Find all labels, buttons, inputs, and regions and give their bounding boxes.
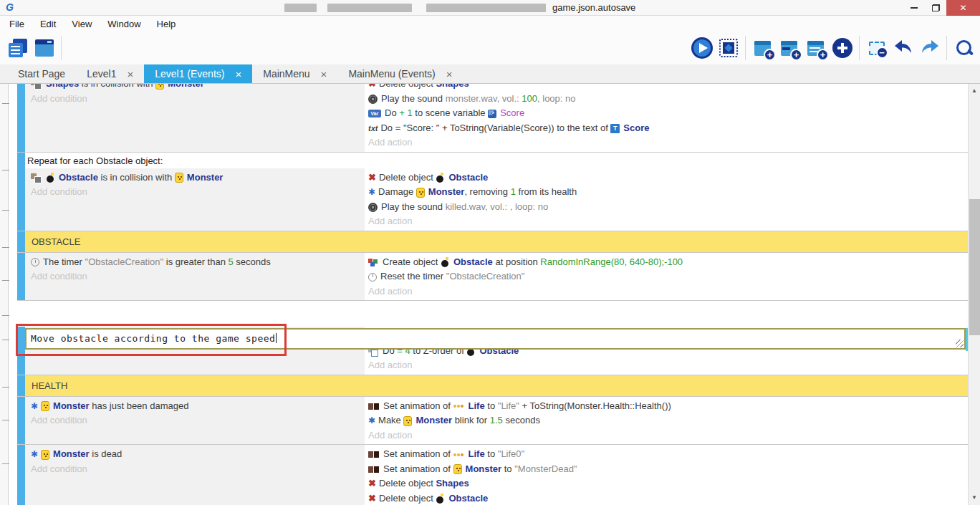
action-row[interactable]: Set animation of Life to "Life" + ToStri… [365, 399, 968, 414]
toolbar: +++− [0, 32, 980, 64]
add-condition-button[interactable]: Add condition [25, 413, 365, 428]
comment-edit-box[interactable]: Move obstacle according to the game spee… [25, 328, 966, 350]
open-list-button[interactable] [4, 34, 31, 62]
menu-help[interactable]: Help [149, 19, 184, 29]
add-condition-button[interactable]: Add condition [25, 269, 365, 284]
event-drag-bar[interactable] [17, 327, 25, 375]
play-button[interactable] [688, 34, 715, 62]
redo-button[interactable] [916, 34, 943, 62]
action-row[interactable]: VarDo + 1 to scene variable ↗Score [365, 106, 968, 121]
action-row[interactable]: Play the sound killed.wav, vol.: , loop:… [365, 200, 968, 215]
menu-edit[interactable]: Edit [32, 19, 64, 29]
scroll-up-icon[interactable]: ▲ [969, 86, 980, 96]
close-icon: ✕ [959, 3, 966, 13]
restore-button[interactable] [925, 0, 946, 16]
tab-mainmenu[interactable]: MainMenu× [252, 64, 337, 83]
play-icon [691, 37, 713, 59]
condition-row[interactable]: ✱Monster has just been damaged [25, 399, 365, 414]
minimize-button[interactable] [903, 0, 925, 16]
action-row[interactable]: Reset the timer "ObstacleCreation" [365, 269, 968, 284]
condition-row[interactable]: ✱Monster is dead [25, 447, 365, 462]
close-button[interactable]: ✕ [946, 0, 980, 16]
event-block[interactable]: Shapes is in collision with MonsterAdd c… [17, 84, 968, 153]
menu-view[interactable]: View [64, 19, 100, 29]
action-row[interactable]: Set animation of Monster to "MonsterDead… [365, 462, 968, 477]
tab-level1[interactable]: Level1× [76, 64, 144, 83]
event-drag-bar[interactable] [17, 445, 25, 505]
tab-close-icon[interactable]: × [446, 68, 453, 80]
actions-column: Create object Obstacle at position Rando… [365, 253, 968, 301]
search-button[interactable] [951, 34, 977, 62]
window-title: game.json.autosave [552, 2, 635, 13]
action-row[interactable]: txtDo = "Score: " + ToString(Variable(Sc… [365, 121, 968, 136]
add-new-icon [832, 38, 852, 58]
debug-button[interactable] [715, 34, 741, 62]
app-logo-icon: G [6, 1, 14, 13]
event-block[interactable]: ✱Monster is deadAdd conditionSet animati… [17, 445, 968, 505]
action-row[interactable]: ✱Make Monster blink for 1.5 seconds [365, 413, 968, 428]
group-banner[interactable]: OBSTACLE [17, 231, 968, 253]
event-drag-bar[interactable] [17, 397, 25, 445]
scroll-down-icon[interactable]: ▼ [969, 493, 980, 503]
tab-close-icon[interactable]: × [127, 68, 133, 80]
monster-object-icon [453, 464, 462, 474]
group-banner-label: OBSTACLE [25, 231, 968, 252]
add-condition-button[interactable]: Add condition [25, 462, 365, 477]
event-drag-bar[interactable] [17, 375, 25, 396]
event-block[interactable]: ✱Monster has just been damagedAdd condit… [17, 397, 968, 446]
event-drag-bar[interactable] [17, 253, 25, 301]
add-comment-event-button[interactable]: + [802, 34, 829, 62]
scrollbar-thumb[interactable] [969, 199, 980, 335]
project-window-button[interactable] [31, 34, 57, 62]
gutter-tick [2, 463, 9, 464]
action-row[interactable]: Create object Obstacle at position Rando… [365, 255, 968, 270]
tab-level1-events-[interactable]: Level1 (Events)× [144, 64, 252, 83]
event-block[interactable]: The timer "ObstacleCreation" is greater … [17, 253, 968, 302]
event-block[interactable]: Repeat for each Obstacle object:Obstacle… [17, 153, 968, 231]
resize-gripper-icon[interactable] [956, 340, 964, 347]
condition-row[interactable]: Shapes is in collision with Monster [25, 84, 365, 92]
add-action-button[interactable]: Add action [365, 284, 968, 299]
menu-file[interactable]: File [1, 19, 32, 29]
tab-close-icon[interactable]: × [235, 68, 241, 80]
add-action-button[interactable]: Add action [365, 358, 968, 373]
remove-event-button[interactable]: − [863, 34, 890, 62]
add-action-button[interactable]: Add action [365, 214, 968, 229]
event-list: Shapes is in collision with MonsterAdd c… [17, 84, 968, 505]
text-cursor [276, 333, 277, 343]
condition-row[interactable]: Obstacle is in collision with Monster [25, 170, 365, 186]
sound-icon [368, 203, 378, 212]
tab-start-page[interactable]: Start Page [7, 64, 76, 83]
action-row[interactable]: ✖Delete object Obstacle [365, 491, 968, 505]
health-behavior-icon: ✱ [31, 447, 38, 462]
vertical-scrollbar[interactable]: ▲ ▼ [968, 84, 980, 505]
event-drag-bar[interactable] [17, 153, 25, 231]
tab-mainmenu-events-[interactable]: MainMenu (Events)× [337, 64, 463, 83]
actions-column: ✖Delete object Obstacle✱Damage Monster, … [365, 168, 968, 231]
condition-row[interactable]: The timer "ObstacleCreation" is greater … [25, 255, 365, 270]
group-banner[interactable]: HEALTH [17, 375, 968, 397]
action-row[interactable]: ✖Delete object Shapes [365, 476, 968, 491]
undo-button[interactable] [890, 34, 916, 62]
comment-text: Move obstacle according to the game spee… [27, 333, 275, 344]
action-row[interactable]: ✖Delete object Shapes [365, 84, 968, 92]
event-drag-bar[interactable] [17, 231, 25, 252]
add-action-button[interactable]: Add action [365, 135, 968, 150]
toolbar-left-group [4, 34, 65, 62]
add-event-button[interactable]: + [749, 34, 776, 62]
add-condition-button[interactable]: Add condition [25, 185, 365, 200]
minimize-icon [911, 7, 918, 9]
action-row[interactable]: ✖Delete object Obstacle [365, 170, 968, 186]
add-condition-button[interactable]: Add condition [25, 92, 365, 107]
menu-window[interactable]: Window [100, 19, 148, 29]
action-row[interactable]: Set animation of Life to "Life0" [365, 447, 968, 462]
action-row[interactable]: ✱Damage Monster, removing 1 from its hea… [365, 185, 968, 200]
tab-close-icon[interactable]: × [321, 68, 327, 80]
gutter-tick [2, 315, 9, 316]
add-new-button[interactable] [829, 34, 855, 62]
action-row[interactable]: Play the sound monster.wav, vol.: 100, l… [365, 92, 968, 107]
add-subevent-button[interactable]: + [776, 34, 802, 62]
add-action-button[interactable]: Add action [365, 428, 968, 443]
gutter-tick [2, 170, 9, 170]
event-drag-bar[interactable] [17, 84, 25, 152]
